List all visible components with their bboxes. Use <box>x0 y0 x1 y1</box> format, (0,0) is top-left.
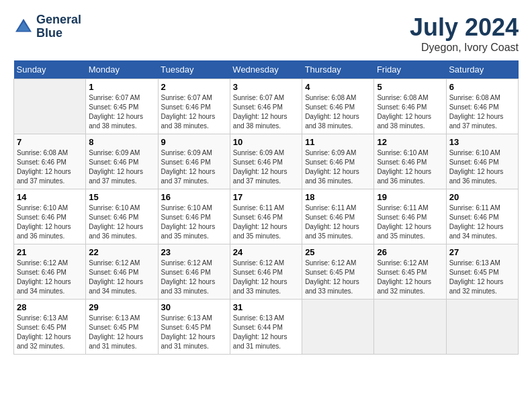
day-number: 25 <box>305 247 371 257</box>
day-info: Sunrise: 6:07 AMSunset: 6:46 PMDaylight:… <box>161 93 227 131</box>
day-number: 31 <box>233 302 299 312</box>
day-number: 30 <box>161 302 227 312</box>
logo: General Blue <box>13 13 81 40</box>
day-number: 4 <box>305 82 371 92</box>
day-info: Sunrise: 6:10 AMSunset: 6:46 PMDaylight:… <box>17 203 83 241</box>
day-number: 15 <box>89 192 154 202</box>
day-info: Sunrise: 6:09 AMSunset: 6:46 PMDaylight:… <box>161 148 227 186</box>
day-info: Sunrise: 6:10 AMSunset: 6:46 PMDaylight:… <box>377 148 443 186</box>
calendar-week-row: 1Sunrise: 6:07 AMSunset: 6:45 PMDaylight… <box>14 79 519 134</box>
calendar-day-cell: 18Sunrise: 6:11 AMSunset: 6:46 PMDayligh… <box>302 189 374 244</box>
day-info: Sunrise: 6:10 AMSunset: 6:46 PMDaylight:… <box>161 203 227 241</box>
day-info: Sunrise: 6:11 AMSunset: 6:46 PMDaylight:… <box>305 203 371 241</box>
day-number: 27 <box>449 247 515 257</box>
day-number: 16 <box>161 192 227 202</box>
day-info: Sunrise: 6:08 AMSunset: 6:46 PMDaylight:… <box>449 93 515 131</box>
day-number: 24 <box>233 247 299 257</box>
logo-icon <box>13 17 34 37</box>
calendar-day-cell: 8Sunrise: 6:09 AMSunset: 6:46 PMDaylight… <box>86 134 158 189</box>
calendar-day-cell: 21Sunrise: 6:12 AMSunset: 6:46 PMDayligh… <box>14 244 86 300</box>
calendar-day-cell: 27Sunrise: 6:13 AMSunset: 6:45 PMDayligh… <box>446 244 518 300</box>
calendar-header: SundayMondayTuesdayWednesdayThursdayFrid… <box>14 60 519 79</box>
day-number: 29 <box>89 302 154 312</box>
day-info: Sunrise: 6:07 AMSunset: 6:45 PMDaylight:… <box>89 93 154 131</box>
calendar-day-cell: 20Sunrise: 6:11 AMSunset: 6:46 PMDayligh… <box>446 189 518 244</box>
logo-text: General Blue <box>36 13 81 40</box>
day-info: Sunrise: 6:07 AMSunset: 6:46 PMDaylight:… <box>233 93 299 131</box>
calendar-day-cell <box>446 300 518 355</box>
title-block: July 2024 Dyegon, Ivory Coast <box>410 13 519 54</box>
calendar-day-cell: 19Sunrise: 6:11 AMSunset: 6:46 PMDayligh… <box>374 189 446 244</box>
day-info: Sunrise: 6:08 AMSunset: 6:46 PMDaylight:… <box>377 93 443 131</box>
calendar-day-cell: 22Sunrise: 6:12 AMSunset: 6:46 PMDayligh… <box>86 244 158 300</box>
calendar-day-cell <box>14 79 86 134</box>
calendar-day-cell: 31Sunrise: 6:13 AMSunset: 6:44 PMDayligh… <box>230 300 302 355</box>
day-number: 6 <box>449 82 515 92</box>
calendar-day-cell: 14Sunrise: 6:10 AMSunset: 6:46 PMDayligh… <box>14 189 86 244</box>
day-info: Sunrise: 6:12 AMSunset: 6:45 PMDaylight:… <box>305 259 371 296</box>
day-number: 10 <box>233 137 299 147</box>
weekday-header: Friday <box>374 60 446 79</box>
day-number: 19 <box>377 192 443 202</box>
calendar-day-cell: 15Sunrise: 6:10 AMSunset: 6:46 PMDayligh… <box>86 189 158 244</box>
day-number: 5 <box>377 82 443 92</box>
calendar-week-row: 28Sunrise: 6:13 AMSunset: 6:45 PMDayligh… <box>14 300 519 355</box>
calendar-day-cell <box>374 300 446 355</box>
day-info: Sunrise: 6:11 AMSunset: 6:46 PMDaylight:… <box>377 203 443 241</box>
calendar-body: 1Sunrise: 6:07 AMSunset: 6:45 PMDaylight… <box>14 79 519 355</box>
day-number: 26 <box>377 247 443 257</box>
day-number: 13 <box>449 137 515 147</box>
day-info: Sunrise: 6:13 AMSunset: 6:45 PMDaylight:… <box>17 314 83 351</box>
day-info: Sunrise: 6:12 AMSunset: 6:46 PMDaylight:… <box>161 259 227 296</box>
calendar-week-row: 14Sunrise: 6:10 AMSunset: 6:46 PMDayligh… <box>14 189 519 244</box>
day-number: 20 <box>449 192 515 202</box>
calendar-day-cell: 11Sunrise: 6:09 AMSunset: 6:46 PMDayligh… <box>302 134 374 189</box>
calendar-week-row: 7Sunrise: 6:08 AMSunset: 6:46 PMDaylight… <box>14 134 519 189</box>
weekday-header: Thursday <box>302 60 374 79</box>
weekday-header: Sunday <box>14 60 86 79</box>
day-number: 1 <box>89 82 154 92</box>
day-info: Sunrise: 6:09 AMSunset: 6:46 PMDaylight:… <box>89 148 154 186</box>
calendar-day-cell: 3Sunrise: 6:07 AMSunset: 6:46 PMDaylight… <box>230 79 302 134</box>
calendar-day-cell: 28Sunrise: 6:13 AMSunset: 6:45 PMDayligh… <box>14 300 86 355</box>
calendar-day-cell: 25Sunrise: 6:12 AMSunset: 6:45 PMDayligh… <box>302 244 374 300</box>
day-info: Sunrise: 6:12 AMSunset: 6:46 PMDaylight:… <box>17 259 83 296</box>
day-number: 2 <box>161 82 227 92</box>
day-info: Sunrise: 6:12 AMSunset: 6:46 PMDaylight:… <box>233 259 299 296</box>
day-number: 9 <box>161 137 227 147</box>
day-info: Sunrise: 6:08 AMSunset: 6:46 PMDaylight:… <box>305 93 371 131</box>
day-number: 7 <box>17 137 83 147</box>
calendar-day-cell: 5Sunrise: 6:08 AMSunset: 6:46 PMDaylight… <box>374 79 446 134</box>
day-info: Sunrise: 6:08 AMSunset: 6:46 PMDaylight:… <box>17 148 83 186</box>
calendar-day-cell: 16Sunrise: 6:10 AMSunset: 6:46 PMDayligh… <box>158 189 230 244</box>
day-number: 22 <box>89 247 154 257</box>
calendar-day-cell: 9Sunrise: 6:09 AMSunset: 6:46 PMDaylight… <box>158 134 230 189</box>
page-header: General Blue July 2024 Dyegon, Ivory Coa… <box>13 13 519 54</box>
calendar-day-cell: 7Sunrise: 6:08 AMSunset: 6:46 PMDaylight… <box>14 134 86 189</box>
day-info: Sunrise: 6:13 AMSunset: 6:44 PMDaylight:… <box>233 314 299 351</box>
calendar-day-cell: 24Sunrise: 6:12 AMSunset: 6:46 PMDayligh… <box>230 244 302 300</box>
day-number: 3 <box>233 82 299 92</box>
calendar-day-cell: 23Sunrise: 6:12 AMSunset: 6:46 PMDayligh… <box>158 244 230 300</box>
logo-line1: General <box>36 13 81 27</box>
day-info: Sunrise: 6:09 AMSunset: 6:46 PMDaylight:… <box>233 148 299 186</box>
weekday-header: Saturday <box>446 60 518 79</box>
weekday-header: Tuesday <box>158 60 230 79</box>
calendar-table: SundayMondayTuesdayWednesdayThursdayFrid… <box>13 60 519 355</box>
day-info: Sunrise: 6:11 AMSunset: 6:46 PMDaylight:… <box>449 203 515 241</box>
day-number: 23 <box>161 247 227 257</box>
day-number: 17 <box>233 192 299 202</box>
calendar-day-cell <box>302 300 374 355</box>
calendar-day-cell: 4Sunrise: 6:08 AMSunset: 6:46 PMDaylight… <box>302 79 374 134</box>
day-number: 21 <box>17 247 83 257</box>
weekday-header: Wednesday <box>230 60 302 79</box>
day-info: Sunrise: 6:11 AMSunset: 6:46 PMDaylight:… <box>233 203 299 241</box>
calendar-day-cell: 2Sunrise: 6:07 AMSunset: 6:46 PMDaylight… <box>158 79 230 134</box>
calendar-day-cell: 12Sunrise: 6:10 AMSunset: 6:46 PMDayligh… <box>374 134 446 189</box>
day-number: 28 <box>17 302 83 312</box>
day-number: 8 <box>89 137 154 147</box>
day-number: 12 <box>377 137 443 147</box>
calendar-day-cell: 1Sunrise: 6:07 AMSunset: 6:45 PMDaylight… <box>86 79 158 134</box>
day-number: 18 <box>305 192 371 202</box>
location: Dyegon, Ivory Coast <box>410 42 519 54</box>
